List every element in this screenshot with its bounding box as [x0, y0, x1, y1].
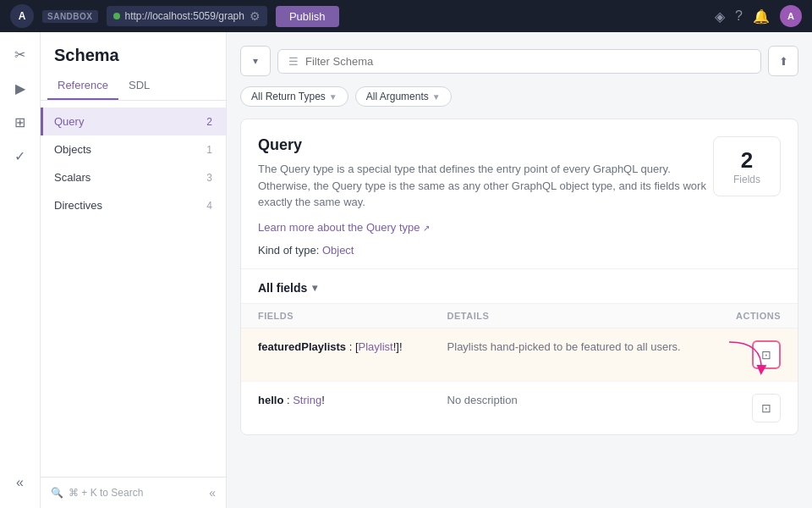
arguments-label: All Arguments [366, 91, 429, 102]
field-action-cell: ⊡ [714, 328, 798, 381]
sidebar-footer: 🔍 ⌘ + K to Search « [41, 477, 226, 508]
learn-more-text: Learn more about the Query type [258, 221, 420, 234]
filter-bar: ▾ ☰ ⬆ [240, 46, 798, 76]
fields-table: FIELDS DETAILS ACTIONS featuredPlaylists… [241, 303, 798, 434]
field-action-button[interactable]: ⊡ [752, 340, 781, 369]
sidebar-collapse-icon[interactable]: « [209, 486, 216, 500]
avatar[interactable]: A [780, 5, 802, 27]
field-name-cell: hello : String! [241, 381, 431, 434]
learn-more-anchor[interactable]: Learn more about the Query type ↗ [258, 221, 430, 234]
nav-collapse-icon[interactable]: « [5, 467, 36, 498]
settings-icon[interactable]: ⚙ [250, 9, 261, 23]
field-action-cell: ⊡ [714, 381, 798, 434]
nav-play-icon[interactable]: ▶ [5, 73, 36, 103]
sidebar-item-directives-count: 4 [206, 200, 212, 212]
field-action-button[interactable]: ⊡ [752, 394, 781, 422]
fields-count: 2 [731, 147, 763, 174]
sidebar-item-query-label: Query [54, 115, 84, 128]
sidebar-item-scalars-label: Scalars [54, 171, 91, 184]
sidebar-item-directives[interactable]: Directives 4 [41, 191, 226, 219]
sidebar-item-scalars-count: 3 [206, 172, 212, 184]
share-button[interactable]: ⬆ [768, 46, 798, 76]
query-kind: Kind of type: Object [241, 240, 798, 268]
publish-button[interactable]: Publish [276, 6, 339, 27]
field-name-cell: featuredPlaylists : [Playlist!]! [241, 328, 431, 381]
sidebar-item-directives-label: Directives [54, 199, 102, 212]
query-card: Query The Query type is a special type t… [240, 119, 798, 435]
all-fields-label: All fields [258, 281, 307, 295]
table-row: hello : String!No description⊡ [241, 381, 798, 434]
return-types-filter[interactable]: All Return Types ▼ [240, 86, 348, 107]
return-types-arrow: ▼ [329, 92, 337, 102]
main-layout: ✂ ▶ ⊞ ✓ « Schema Reference SDL Query 2 O… [0, 32, 812, 508]
col-details: DETAILS [431, 303, 715, 328]
type-link[interactable]: String [293, 394, 321, 406]
return-types-label: All Return Types [251, 91, 326, 102]
filter-icon: ☰ [288, 55, 299, 68]
table-row: featuredPlaylists : [Playlist!]!Playlist… [241, 328, 798, 381]
filter-chips: All Return Types ▼ All Arguments ▼ [240, 86, 798, 107]
fields-label: Fields [731, 174, 763, 185]
apollo-icon[interactable]: ◈ [715, 8, 725, 25]
search-icon: 🔍 [51, 487, 63, 499]
nav-check-icon[interactable]: ✓ [5, 141, 36, 171]
field-name-text: featuredPlaylists : [Playlist!]! [258, 340, 403, 353]
nav-grid-icon[interactable]: ⊞ [5, 107, 36, 137]
tab-reference[interactable]: Reference [47, 72, 118, 100]
main-content: ▾ ☰ ⬆ All Return Types ▼ All Arguments ▼ [227, 32, 812, 508]
nav-cut-icon[interactable]: ✂ [5, 39, 36, 69]
col-actions: ACTIONS [714, 303, 798, 328]
type-link[interactable]: Playlist [359, 340, 393, 353]
field-detail-cell: Playlists hand-picked to be featured to … [431, 328, 715, 381]
sidebar-item-objects-label: Objects [54, 143, 91, 156]
icon-nav: ✂ ▶ ⊞ ✓ « [0, 32, 41, 508]
learn-more-link: Learn more about the Query type ↗ [241, 221, 798, 240]
all-fields-arrow-icon: ▾ [312, 282, 317, 294]
kind-label: Kind of type: [258, 244, 319, 257]
sidebar-search[interactable]: 🔍 ⌘ + K to Search [51, 487, 143, 499]
arguments-arrow: ▼ [432, 92, 441, 102]
topbar-right: ◈ ? 🔔 A [715, 5, 802, 27]
sidebar-item-objects[interactable]: Objects 1 [41, 135, 226, 163]
field-name-text: hello : String! [258, 394, 325, 406]
filter-schema-input[interactable] [305, 55, 750, 68]
app-logo: A [10, 4, 34, 28]
field-detail-text: Playlists hand-picked to be featured to … [447, 340, 681, 353]
query-card-description: The Query type is a special type that de… [258, 161, 713, 211]
topbar: A SANDBOX http://localhost:5059/graph ⚙ … [0, 0, 812, 32]
query-card-left: Query The Query type is a special type t… [258, 136, 713, 211]
url-text: http://localhost:5059/graph [125, 10, 244, 22]
url-container: http://localhost:5059/graph ⚙ [107, 6, 267, 26]
sidebar-title: Schema [54, 46, 119, 65]
sidebar-item-query[interactable]: Query 2 [41, 108, 226, 135]
all-fields-header[interactable]: All fields ▾ [241, 269, 798, 303]
query-fields-count-box: 2 Fields [713, 136, 781, 196]
help-icon[interactable]: ? [735, 8, 743, 24]
query-card-header: Query The Query type is a special type t… [241, 119, 798, 221]
sidebar-item-query-count: 2 [206, 116, 212, 128]
arguments-filter[interactable]: All Arguments ▼ [355, 86, 452, 107]
query-card-title: Query [258, 136, 713, 154]
sidebar-items: Query 2 Objects 1 Scalars 3 Directives 4 [41, 101, 226, 477]
col-fields: FIELDS [241, 303, 431, 328]
tab-sdl[interactable]: SDL [118, 72, 160, 100]
filter-dropdown-toggle[interactable]: ▾ [240, 46, 271, 76]
sidebar-header: Schema [41, 32, 226, 72]
sidebar: Schema Reference SDL Query 2 Objects 1 S… [41, 32, 227, 508]
status-dot [113, 13, 120, 19]
bell-icon[interactable]: 🔔 [753, 8, 770, 25]
external-link-icon: ↗ [423, 224, 430, 233]
sidebar-item-scalars[interactable]: Scalars 3 [41, 163, 226, 191]
field-detail-cell: No description [431, 381, 715, 434]
field-detail-text: No description [447, 394, 518, 406]
sidebar-tabs: Reference SDL [41, 72, 226, 101]
sandbox-badge: SANDBOX [42, 10, 98, 23]
search-label: ⌘ + K to Search [69, 487, 143, 499]
content-inner: ▾ ☰ ⬆ All Return Types ▼ All Arguments ▼ [227, 32, 812, 508]
filter-input-wrap: ☰ [277, 49, 761, 74]
kind-value-link[interactable]: Object [322, 244, 354, 257]
sidebar-item-objects-count: 1 [206, 144, 212, 156]
